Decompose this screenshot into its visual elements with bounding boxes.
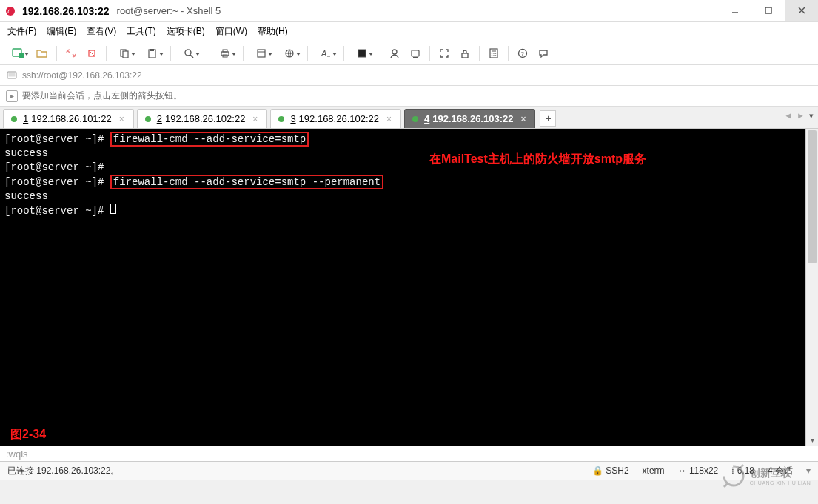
tab-number: 1 bbox=[23, 113, 28, 124]
vertical-scrollbar[interactable]: ▴ ▾ bbox=[805, 129, 818, 446]
scroll-thumb[interactable] bbox=[808, 130, 817, 263]
annotation-text: 在MailTest主机上的防火墙开放smtp服务 bbox=[429, 152, 646, 166]
tab-label: 192.168.26.103:22 bbox=[432, 113, 513, 124]
status-dot-icon bbox=[11, 116, 17, 122]
watermark-subtitle: CHUANG XIN HU LIAN bbox=[750, 480, 811, 485]
session-tab-2[interactable]: 2 192.168.26.102:22 × bbox=[137, 109, 268, 128]
toolbar-separator bbox=[380, 46, 380, 61]
session-tab-3[interactable]: 3 192.168.26.102:22 × bbox=[270, 109, 401, 128]
help-button[interactable]: ? bbox=[513, 44, 532, 63]
highlighted-command-1: firewall-cmd --add-service=smtp bbox=[110, 132, 309, 147]
svg-line-45 bbox=[724, 483, 728, 487]
statusbar: 已连接 192.168.26.103:22。 🔒SSH2 xterm ↔ 118… bbox=[0, 462, 818, 480]
font-button[interactable]: A bbox=[312, 44, 339, 63]
terminal-prompt: [root@server ~]# bbox=[4, 205, 104, 217]
lock-button[interactable] bbox=[455, 44, 475, 63]
tab-close-icon[interactable]: × bbox=[252, 114, 258, 124]
add-tab-button[interactable]: + bbox=[540, 110, 556, 127]
host-key-button[interactable] bbox=[406, 44, 425, 63]
tipbar-text: 要添加当前会话，点击左侧的箭头按钮。 bbox=[22, 90, 182, 102]
menu-file[interactable]: 文件(F) bbox=[7, 25, 36, 38]
tab-number: 4 bbox=[424, 113, 429, 124]
disconnect-button[interactable] bbox=[82, 44, 101, 63]
svg-point-27 bbox=[392, 50, 397, 54]
command-input-text: :wqls bbox=[6, 448, 28, 460]
chat-button[interactable] bbox=[534, 44, 553, 63]
svg-point-34 bbox=[493, 53, 495, 54]
tab-next-button[interactable]: ► bbox=[797, 111, 805, 121]
svg-line-10 bbox=[89, 50, 95, 56]
terminal-output: success bbox=[4, 190, 48, 202]
session-tab-4[interactable]: 4 192.168.26.103:22 × bbox=[404, 109, 535, 128]
copy-button[interactable] bbox=[111, 44, 138, 63]
open-folder-button[interactable] bbox=[33, 44, 52, 63]
toolbar-separator bbox=[243, 46, 244, 61]
watermark: 创新互联 CHUANG XIN HU LIAN bbox=[717, 461, 814, 491]
svg-point-38 bbox=[495, 55, 497, 56]
watermark-icon bbox=[720, 463, 747, 489]
menu-edit[interactable]: 编辑(E) bbox=[47, 25, 76, 38]
reconnect-button[interactable] bbox=[61, 44, 81, 63]
svg-text:A: A bbox=[321, 49, 326, 58]
tab-navigation: ◄ ► ▾ bbox=[784, 111, 814, 121]
tab-list-button[interactable]: ▾ bbox=[809, 111, 814, 121]
watermark-title: 创新互联 bbox=[750, 467, 811, 480]
status-size: ↔ 118x22 bbox=[678, 466, 719, 476]
minimize-button[interactable] bbox=[718, 0, 751, 21]
status-dot-icon bbox=[412, 116, 418, 122]
menu-tabs[interactable]: 选项卡(B) bbox=[167, 25, 205, 38]
tab-close-icon[interactable]: × bbox=[520, 114, 526, 124]
toolbar-separator bbox=[106, 46, 107, 61]
print-button[interactable] bbox=[212, 44, 238, 63]
maximize-button[interactable] bbox=[751, 0, 785, 21]
svg-rect-14 bbox=[150, 49, 154, 51]
user-key-button[interactable] bbox=[385, 44, 404, 63]
terminal-wrap: [root@server ~]# firewall-cmd --add-serv… bbox=[0, 129, 818, 446]
tab-number: 3 bbox=[290, 113, 295, 124]
status-term: xterm bbox=[643, 466, 665, 476]
window-controls bbox=[718, 0, 818, 21]
tab-label: 192.168.26.102:22 bbox=[165, 113, 245, 124]
color-scheme-button[interactable] bbox=[349, 44, 375, 63]
tipbar: ▸ 要添加当前会话，点击左侧的箭头按钮。 bbox=[0, 86, 818, 107]
menu-help[interactable]: 帮助(H) bbox=[258, 25, 288, 38]
menu-tools[interactable]: 工具(T) bbox=[127, 25, 155, 38]
menu-view[interactable]: 查看(V) bbox=[87, 25, 116, 38]
paste-button[interactable] bbox=[139, 44, 166, 63]
svg-point-0 bbox=[6, 7, 15, 16]
terminal-prompt: [root@server ~]# bbox=[4, 161, 104, 173]
addressbar-url[interactable]: ssh://root@192.168.26.103:22 bbox=[22, 70, 142, 81]
tab-prev-button[interactable]: ◄ bbox=[784, 111, 792, 121]
fullscreen-button[interactable] bbox=[435, 44, 454, 63]
tab-close-icon[interactable]: × bbox=[386, 114, 392, 124]
toolbar-separator bbox=[307, 46, 308, 61]
menu-window[interactable]: 窗口(W) bbox=[215, 25, 247, 38]
status-dot-icon bbox=[278, 116, 284, 122]
svg-rect-42 bbox=[9, 73, 16, 76]
toolbar-separator bbox=[170, 46, 171, 61]
session-tab-1[interactable]: 1 192.168.26.101:22 × bbox=[3, 109, 134, 128]
toolbar-separator bbox=[429, 46, 430, 61]
tab-close-icon[interactable]: × bbox=[119, 114, 124, 124]
scroll-down-icon[interactable]: ▾ bbox=[806, 434, 818, 446]
properties-button[interactable] bbox=[248, 44, 275, 63]
svg-rect-26 bbox=[358, 50, 366, 57]
terminal[interactable]: [root@server ~]# firewall-cmd --add-serv… bbox=[0, 129, 805, 446]
svg-point-33 bbox=[492, 53, 493, 54]
toolbar: A ? bbox=[0, 41, 818, 65]
close-button[interactable] bbox=[785, 0, 818, 21]
find-button[interactable] bbox=[175, 44, 202, 63]
command-input-row[interactable]: :wqls bbox=[0, 446, 818, 462]
terminal-output: success bbox=[4, 147, 48, 159]
svg-rect-28 bbox=[412, 50, 419, 56]
new-session-button[interactable] bbox=[4, 44, 31, 63]
titlebar: 192.168.26.103:22 root@server:~ - Xshell… bbox=[0, 0, 818, 22]
toolbar-separator bbox=[207, 46, 207, 61]
svg-line-44 bbox=[739, 465, 743, 469]
add-session-arrow-button[interactable]: ▸ bbox=[6, 90, 18, 102]
calculator-button[interactable] bbox=[484, 44, 503, 63]
addressbar-icon[interactable] bbox=[6, 70, 18, 81]
svg-point-36 bbox=[492, 55, 493, 56]
svg-rect-18 bbox=[223, 50, 227, 52]
encoding-button[interactable] bbox=[276, 44, 303, 63]
